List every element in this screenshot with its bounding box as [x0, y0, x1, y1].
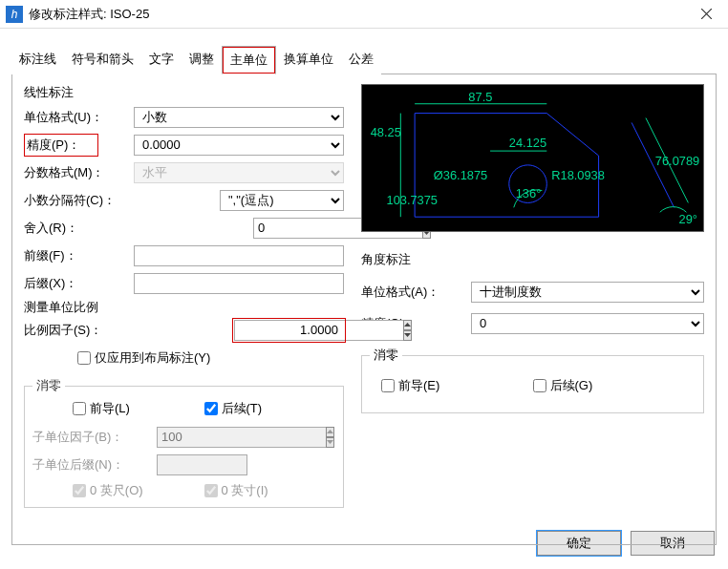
scale-legend: 测量单位比例	[24, 299, 344, 316]
svg-text:136°: 136°	[516, 186, 542, 200]
angular-unit-select[interactable]: 十进制度数	[471, 282, 704, 303]
svg-text:Ø36.1875: Ø36.1875	[434, 168, 487, 182]
svg-text:76.0789: 76.0789	[655, 154, 699, 168]
suppress-inches-label: 0 英寸(I)	[222, 482, 268, 499]
round-spinner[interactable]	[253, 218, 344, 239]
tab-content: 线性标注 单位格式(U)： 小数 精度(P)： 0.0000 分数格式(M)： …	[11, 74, 717, 545]
window-title: 修改标注样式: ISO-25	[29, 6, 685, 23]
suppress-leading-label: 前导(L)	[90, 400, 130, 417]
subfactor-spinner	[157, 427, 247, 448]
titlebar: h 修改标注样式: ISO-25	[0, 0, 728, 29]
subfactor-input	[157, 427, 327, 448]
svg-text:103.7375: 103.7375	[387, 193, 439, 207]
subsuffix-input	[157, 454, 247, 475]
round-label: 舍入(R)：	[24, 220, 134, 237]
tab-fit[interactable]: 调整	[182, 46, 222, 74]
prefix-input[interactable]	[134, 245, 344, 266]
suppress-leading[interactable]: 前导(L)	[73, 400, 204, 417]
layout-only-checkbox[interactable]: 仅应用到布局标注(Y)	[77, 349, 210, 367]
unit-format-select[interactable]: 小数	[134, 107, 344, 128]
linear-legend: 线性标注	[24, 84, 344, 101]
decimal-sep-label: 小数分隔符(C)：	[24, 192, 134, 209]
suppress-legend: 消零	[32, 377, 65, 394]
suppress-trailing-label: 后续(T)	[222, 400, 263, 417]
tab-tolerance[interactable]: 公差	[341, 46, 381, 74]
suffix-label: 后缀(X)：	[24, 275, 134, 292]
suppress-inches: 0 英寸(I)	[204, 482, 336, 499]
decimal-sep-select[interactable]: ","(逗点)	[220, 190, 344, 211]
scale-down[interactable]	[403, 330, 412, 341]
preview-drawing: 87.5 48.25 24.125 76.0789 Ø36.1875 R18.0…	[362, 85, 703, 231]
prefix-label: 前缀(F)：	[24, 247, 134, 264]
preview-pane: 87.5 48.25 24.125 76.0789 Ø36.1875 R18.0…	[361, 84, 704, 232]
suppress-group: 消零 前导(L) 后续(T) 子单位因子(B)： 子单位后缀(N)： 0 英尺(…	[24, 377, 344, 508]
layout-only-label: 仅应用到布局标注(Y)	[95, 349, 210, 367]
linear-group: 线性标注 单位格式(U)： 小数 精度(P)： 0.0000 分数格式(M)： …	[24, 84, 344, 373]
close-button[interactable]	[685, 0, 728, 28]
svg-text:48.25: 48.25	[371, 125, 401, 139]
svg-text:R18.0938: R18.0938	[551, 168, 605, 182]
angular-unit-label: 单位格式(A)：	[361, 284, 471, 301]
subfactor-down	[326, 437, 334, 448]
tab-bar: 标注线 符号和箭头 文字 调整 主单位 换算单位 公差	[11, 46, 728, 74]
svg-text:87.5: 87.5	[468, 90, 492, 104]
angular-trailing[interactable]: 后续(G)	[533, 377, 685, 394]
subfactor-label: 子单位因子(B)：	[32, 429, 157, 446]
scale-factor-input[interactable]	[234, 320, 404, 341]
angular-precision-select[interactable]: 0	[471, 313, 704, 334]
fraction-format-select: 水平	[134, 162, 344, 183]
precision-select[interactable]: 0.0000	[134, 135, 344, 156]
fraction-format-label: 分数格式(M)：	[24, 164, 134, 181]
suppress-feet: 0 英尺(O)	[73, 482, 204, 499]
svg-text:29°: 29°	[679, 212, 697, 226]
app-icon: h	[6, 6, 23, 23]
scale-factor-spinner[interactable]	[234, 320, 344, 341]
tab-lines[interactable]: 标注线	[11, 46, 64, 74]
angular-suppress-group: 消零 前导(E) 后续(G)	[361, 347, 704, 413]
subsuffix-label: 子单位后缀(N)：	[32, 456, 157, 474]
unit-format-label: 单位格式(U)：	[24, 109, 134, 126]
tab-symbols[interactable]: 符号和箭头	[64, 46, 141, 74]
suppress-trailing[interactable]: 后续(T)	[204, 400, 336, 417]
angular-suppress-legend: 消零	[370, 347, 402, 364]
tab-text[interactable]: 文字	[141, 46, 182, 74]
precision-label: 精度(P)：	[24, 134, 98, 157]
angular-trailing-label: 后续(G)	[550, 377, 593, 394]
subfactor-up	[326, 427, 334, 437]
suffix-input[interactable]	[134, 273, 344, 294]
angular-leading-label: 前导(E)	[398, 377, 439, 394]
tab-primary-units[interactable]: 主单位	[222, 46, 276, 74]
scale-factor-label: 比例因子(S)：	[24, 322, 186, 339]
tab-alt-units[interactable]: 换算单位	[276, 46, 341, 74]
suppress-feet-label: 0 英尺(O)	[90, 482, 143, 499]
svg-text:24.125: 24.125	[509, 136, 546, 150]
scale-up[interactable]	[403, 320, 412, 330]
angular-leading[interactable]: 前导(E)	[381, 377, 533, 394]
angular-legend: 角度标注	[361, 251, 704, 268]
